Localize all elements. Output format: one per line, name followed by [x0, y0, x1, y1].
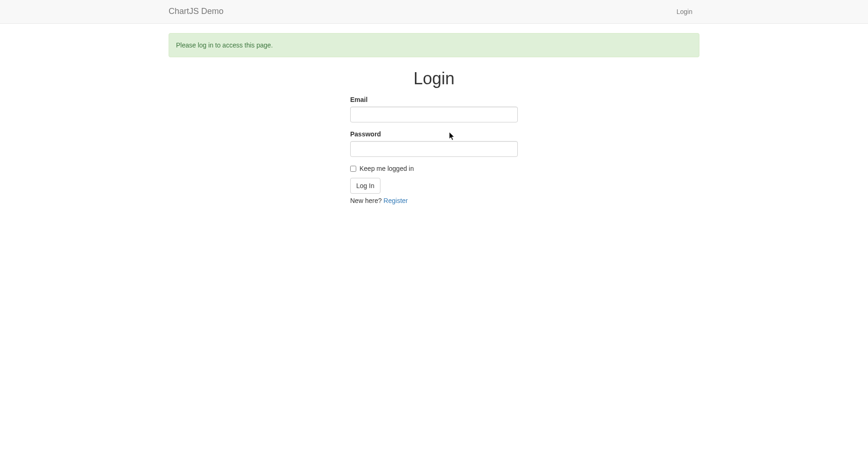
email-label: Email: [350, 95, 367, 104]
alert-message: Please log in to access this page.: [169, 33, 699, 57]
email-field[interactable]: [350, 107, 518, 122]
remember-label: Keep me logged in: [359, 165, 414, 172]
navbar-login-link[interactable]: Login: [670, 0, 699, 23]
login-form: Email Password Keep me logged in Log In …: [350, 95, 518, 205]
password-field[interactable]: [350, 141, 518, 157]
navbar: ChartJS Demo Login: [0, 0, 868, 24]
login-button[interactable]: Log In: [350, 178, 380, 194]
register-prompt: New here?: [350, 197, 384, 204]
remember-checkbox[interactable]: [350, 166, 356, 172]
page-title: Login: [350, 67, 518, 90]
register-link[interactable]: Register: [384, 197, 408, 204]
navbar-brand-link[interactable]: ChartJS Demo: [169, 0, 224, 25]
password-label: Password: [350, 129, 381, 139]
